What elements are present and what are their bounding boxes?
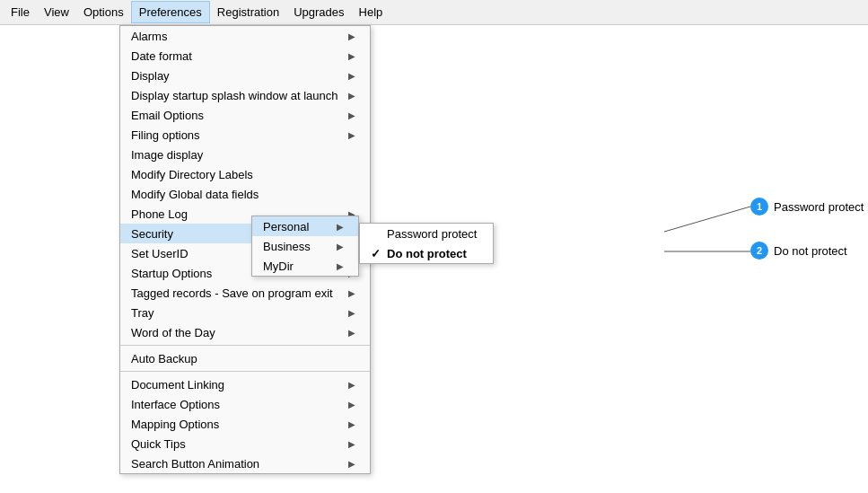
password-protect-option[interactable]: Password protect: [360, 224, 493, 243]
menu-filing-options[interactable]: Filing options ▶: [120, 125, 370, 145]
menu-mapping-options[interactable]: Mapping Options ▶: [120, 414, 370, 434]
menu-modify-global-data[interactable]: Modify Global data fields: [120, 184, 370, 204]
menu-document-linking[interactable]: Document Linking ▶: [120, 374, 370, 394]
menubar-help[interactable]: Help: [352, 2, 390, 22]
submenu-arrow: ▶: [348, 51, 355, 61]
menu-tagged-records[interactable]: Tagged records - Save on program exit ▶: [120, 283, 370, 303]
security-personal[interactable]: Personal ▶: [252, 216, 358, 236]
submenu-arrow: ▶: [337, 261, 344, 271]
separator-1: [120, 345, 370, 346]
menubar-view[interactable]: View: [37, 2, 76, 22]
submenu-arrow: ▶: [337, 242, 344, 251]
menubar-file[interactable]: File: [4, 2, 37, 22]
menu-search-button-animation[interactable]: Search Button Animation ▶: [120, 453, 370, 473]
menu-interface-options[interactable]: Interface Options ▶: [120, 394, 370, 414]
menubar: File View Options Preferences Registrati…: [0, 0, 868, 25]
menu-word-of-day[interactable]: Word of the Day ▶: [120, 322, 370, 342]
security-mydir[interactable]: MyDir ▶: [252, 256, 358, 276]
menu-auto-backup[interactable]: Auto Backup: [120, 348, 370, 368]
submenu-arrow: ▶: [337, 222, 344, 232]
submenu-arrow: ▶: [348, 308, 355, 318]
menubar-options[interactable]: Options: [76, 2, 131, 22]
submenu-arrow: ▶: [348, 400, 355, 409]
menu-modify-directory-labels[interactable]: Modify Directory Labels: [120, 164, 370, 184]
submenu-arrow: ▶: [348, 288, 355, 298]
menubar-upgrades[interactable]: Upgrades: [286, 2, 351, 22]
submenu-arrow: ▶: [348, 380, 355, 390]
menu-date-format[interactable]: Date format ▶: [120, 46, 370, 66]
submenu-arrow: ▶: [348, 31, 355, 41]
security-submenu: Personal ▶ Business ▶ MyDir ▶: [251, 216, 359, 277]
security-business[interactable]: Business ▶: [252, 236, 358, 256]
menu-display-startup[interactable]: Display startup splash window at launch …: [120, 85, 370, 105]
submenu-arrow: ▶: [348, 130, 355, 140]
menu-email-options[interactable]: Email Options ▶: [120, 105, 370, 125]
submenu-arrow: ▶: [348, 91, 355, 101]
submenu-arrow: ▶: [348, 439, 355, 449]
menu-tray[interactable]: Tray ▶: [120, 303, 370, 322]
submenu-arrow: ▶: [348, 328, 355, 338]
menu-quick-tips[interactable]: Quick Tips ▶: [120, 434, 370, 453]
menubar-registration[interactable]: Registration: [210, 2, 286, 22]
menu-alarms[interactable]: Alarms ▶: [120, 26, 370, 46]
do-not-protect-option[interactable]: ✓ Do not protect: [360, 243, 493, 263]
menu-image-display[interactable]: Image display: [120, 145, 370, 164]
password-submenu: Password protect ✓ Do not protect: [359, 223, 494, 264]
menubar-preferences[interactable]: Preferences: [131, 1, 210, 23]
check-mark-active: ✓: [371, 247, 385, 260]
submenu-arrow: ▶: [348, 110, 355, 120]
separator-2: [120, 371, 370, 372]
submenu-arrow: ▶: [348, 71, 355, 81]
submenu-arrow: ▶: [348, 419, 355, 429]
submenu-arrow: ▶: [348, 459, 355, 469]
menu-display[interactable]: Display ▶: [120, 66, 370, 85]
